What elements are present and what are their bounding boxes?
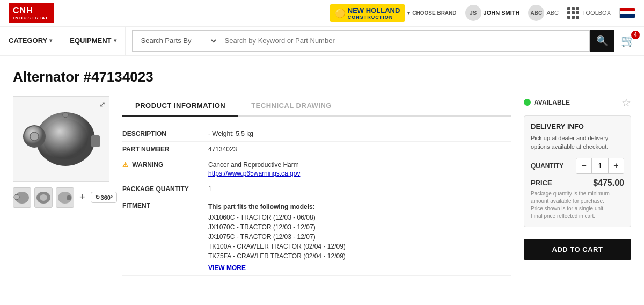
fitment-value: This part fits the following models: JX1… [208, 201, 511, 272]
part-number-row: PART NUMBER 47134023 [122, 142, 511, 157]
thumb-img-1 [13, 190, 31, 205]
purchase-area: AVAILABLE ☆ DELIVERY INFO Pick up at dea… [524, 96, 631, 260]
user-name: JOHN SMITH [484, 10, 520, 16]
delivery-title: DELIVERY INFO [531, 122, 624, 130]
svg-rect-11 [67, 195, 71, 200]
model-item-1: JX1060C - TRACTOR (12/03 - 06/08) [208, 214, 511, 221]
quantity-plus-button[interactable]: + [609, 158, 624, 173]
availability-text: AVAILABLE [534, 99, 570, 106]
view-360-button[interactable]: ↻ 360° [91, 192, 118, 203]
thumbnail-3[interactable] [56, 187, 74, 208]
thumb-img-3 [56, 190, 74, 205]
fitment-label: FITMENT [122, 201, 208, 209]
delivery-text: Pick up at dealer and delivery options a… [531, 134, 624, 151]
svg-point-4 [43, 119, 88, 159]
package-qty-label: PACKAGE QUANTITY [122, 185, 208, 193]
product-image-area: ⤢ [13, 96, 109, 208]
country-flag[interactable] [619, 8, 635, 18]
abc-icon: ABC [528, 5, 544, 21]
availability-status: AVAILABLE [524, 99, 570, 106]
view-more-button[interactable]: VIEW MORE [208, 264, 511, 272]
warning-icon: ⚠ [122, 161, 128, 169]
description-value: - Weight: 5.5 kg [208, 130, 511, 137]
warning-row: ⚠ WARNING Cancer and Reproductive Harm h… [122, 157, 511, 181]
choose-brand-label: CHOOSE BRAND [412, 10, 456, 16]
quantity-label: QUANTITY [531, 162, 564, 170]
quantity-minus-button[interactable]: − [576, 158, 591, 173]
tab-technical-drawing[interactable]: TECHNICAL DRAWING [238, 96, 345, 117]
quantity-input[interactable] [591, 158, 609, 173]
package-qty-row: PACKAGE QUANTITY 1 [122, 181, 511, 197]
user-profile[interactable]: JS JOHN SMITH [465, 5, 520, 21]
warning-link[interactable]: https://www.p65warnings.ca.gov [208, 170, 511, 177]
warning-value: Cancer and Reproductive Harm https://www… [208, 161, 511, 177]
navigation-bar: CATEGORY ▾ EQUIPMENT ▾ Search Parts By 🔍… [0, 27, 644, 56]
quantity-row: QUANTITY − + [531, 158, 624, 174]
availability-row: AVAILABLE ☆ [524, 96, 631, 109]
quantity-controls: − + [576, 158, 624, 174]
main-image-box: ⤢ [13, 96, 109, 182]
tabs-row: PRODUCT INFORMATION TECHNICAL DRAWING [122, 96, 511, 117]
more-thumbnails-button[interactable]: + [77, 192, 87, 203]
delivery-info-box: DELIVERY INFO Pick up at dealer and deli… [524, 115, 631, 227]
product-title: Alternator #47134023 [13, 69, 631, 85]
cart-badge: 4 [631, 31, 640, 39]
part-number-label: PART NUMBER [122, 146, 208, 153]
svg-point-2 [30, 132, 39, 141]
thumbnail-1[interactable] [13, 187, 31, 208]
expand-icon[interactable]: ⤢ [99, 100, 106, 108]
cart-button[interactable]: 🛒 4 [621, 34, 635, 48]
model-item-2: JX1070C - TRACTOR (12/03 - 12/07) [208, 223, 511, 231]
product-layout: ⤢ [13, 96, 631, 276]
model-item-5: TK75FA - CRAWLER TRACTOR (02/04 - 12/09) [208, 252, 511, 260]
user-avatar: JS [465, 5, 481, 21]
fitment-row: FITMENT This part fits the following mod… [122, 197, 511, 276]
brand-sub: CONSTRUCTION [348, 14, 400, 20]
availability-dot [524, 99, 531, 106]
price-note-line1: Package quantity is the minimum amount a… [531, 191, 610, 204]
view-360-icon: ↻ [95, 194, 100, 201]
toolbox-label: TOOLBOX [582, 10, 611, 16]
add-to-cart-button[interactable]: ADD TO CART [524, 239, 631, 260]
part-number-value: 47134023 [208, 146, 511, 153]
cnh-logo: CNH INDUSTRIAL [9, 3, 54, 23]
equipment-nav[interactable]: EQUIPMENT ▾ [61, 26, 125, 55]
favorite-star-icon[interactable]: ☆ [621, 96, 631, 109]
brand-selector[interactable]: 🟡 NEW HOLLAND CONSTRUCTION ▾ CHOOSE BRAN… [330, 4, 457, 22]
price-note-line2: Price shown is for a single unit. [531, 206, 605, 212]
brand-button[interactable]: 🟡 NEW HOLLAND CONSTRUCTION [330, 4, 406, 22]
main-content: Alternator #47134023 ⤢ [0, 56, 644, 276]
toolbox-grid-icon [567, 7, 579, 19]
model-item-3: JX1075C - TRACTOR (12/03 - 12/07) [208, 233, 511, 241]
equipment-label: EQUIPMENT [70, 37, 111, 45]
price-label: PRICE [531, 179, 552, 187]
search-button[interactable]: 🔍 [590, 30, 614, 52]
product-image [23, 104, 100, 174]
search-area: Search Parts By 🔍 [132, 30, 614, 52]
product-info-area: PRODUCT INFORMATION TECHNICAL DRAWING DE… [122, 96, 511, 276]
abc-label: ABC [546, 10, 559, 16]
warning-label: WARNING [132, 161, 163, 169]
category-nav[interactable]: CATEGORY ▾ [9, 26, 61, 55]
abc-section[interactable]: ABC ABC [528, 5, 559, 21]
view-360-label: 360° [101, 194, 113, 201]
price-note: Package quantity is the minimum amount a… [531, 190, 624, 220]
warning-text: Cancer and Reproductive Harm [208, 161, 299, 169]
svg-rect-3 [91, 135, 100, 147]
tab-product-information[interactable]: PRODUCT INFORMATION [122, 96, 238, 117]
toolbox-section[interactable]: TOOLBOX [567, 7, 611, 19]
svg-point-7 [14, 194, 19, 200]
price-note-line3: Final price reflected in cart. [531, 213, 595, 219]
search-by-select[interactable]: Search Parts By [132, 30, 218, 52]
description-label: DESCRIPTION [122, 130, 208, 137]
search-keyword-input[interactable] [218, 30, 590, 52]
thumbnail-row: + ↻ 360° [13, 187, 109, 208]
flag-icon [619, 8, 635, 18]
price-row: PRICE $475.00 [531, 178, 624, 188]
description-row: DESCRIPTION - Weight: 5.5 kg [122, 126, 511, 142]
category-chevron-icon: ▾ [49, 38, 52, 43]
thumb-img-2 [35, 190, 52, 205]
thumbnail-2[interactable] [34, 187, 53, 208]
warning-label-cell: ⚠ WARNING [122, 161, 208, 177]
brand-name: NEW HOLLAND [348, 6, 400, 14]
